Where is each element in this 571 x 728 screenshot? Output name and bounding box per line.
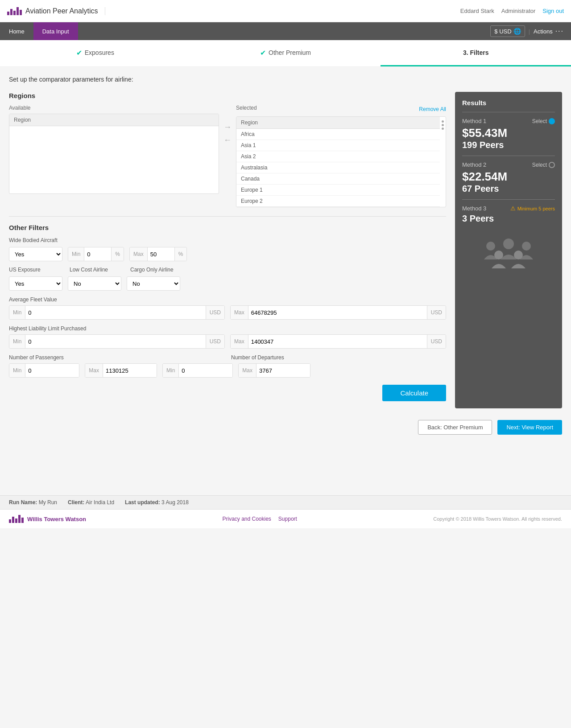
departures-label: Number of Departures (231, 354, 284, 361)
main-wrapper: Set up the comparator parameters for air… (0, 67, 571, 408)
low-cost-select[interactable]: No Yes (68, 276, 121, 291)
list-item[interactable]: Europe 2 (236, 196, 440, 207)
low-cost-label: Low Cost Airline (70, 267, 123, 273)
departures-min-input[interactable] (179, 364, 232, 377)
regions-columns: Available Region → ← Selected (9, 105, 446, 207)
steps-bar: ✔ Exposures ✔ Other Premium 3. Filters (0, 40, 571, 67)
calculate-button[interactable]: Calculate (382, 385, 446, 401)
arrow-left-button[interactable]: ← (223, 136, 232, 145)
results-panel: Results Method 1 Select $55.43M 199 Peer… (455, 92, 562, 408)
footer-logo-icon (9, 515, 24, 523)
method3-header: Method 3 ⚠ Minimum 5 peers (462, 205, 555, 212)
nav-data-input[interactable]: Data Input (33, 22, 78, 40)
logo-bar-1 (7, 12, 9, 15)
wide-bodied-row: Yes No Min % Max % (9, 247, 446, 261)
support-link[interactable]: Support (278, 516, 297, 522)
wide-bodied-select[interactable]: Yes No (9, 247, 62, 261)
results-title: Results (462, 99, 555, 107)
arrow-right-button[interactable]: → (223, 123, 232, 132)
method1-radio-icon (549, 118, 555, 124)
peers-svg-icon (482, 233, 535, 268)
run-info-bar: Run Name: My Run Client: Air India Ltd L… (0, 495, 571, 509)
available-list: Region (9, 114, 219, 194)
min-pct-input[interactable] (84, 247, 111, 261)
avg-fleet-min-input[interactable] (25, 306, 205, 319)
passengers-min-group: Min (9, 363, 79, 378)
selected-header-row: Selected Remove All (236, 105, 446, 114)
method2-select[interactable]: Select (532, 162, 555, 168)
available-list-header: Region (9, 114, 219, 126)
back-button[interactable]: Back: Other Premium (418, 420, 492, 435)
scrollbar[interactable] (440, 117, 446, 133)
list-item[interactable]: Europe 1 (236, 185, 440, 196)
footer-bar-3 (15, 518, 17, 523)
remove-all-link[interactable]: Remove All (419, 106, 446, 112)
max-pct-input[interactable] (148, 247, 174, 261)
step-exposures[interactable]: ✔ Exposures (0, 40, 190, 66)
cargo-only-select[interactable]: No Yes (127, 276, 180, 291)
actions-label: Actions (534, 28, 553, 35)
step-filters[interactable]: 3. Filters (381, 40, 571, 66)
selected-list-inner: Region Africa Asia 1 Asia 2 Australasia … (236, 117, 446, 207)
passengers-max-prefix: Max (85, 364, 103, 377)
passengers-min-input[interactable] (25, 364, 79, 377)
passengers-max-input[interactable] (103, 364, 157, 377)
method1-select[interactable]: Select (532, 118, 555, 124)
svg-point-3 (494, 251, 503, 259)
nav-home[interactable]: Home (0, 22, 33, 40)
method1-header: Method 1 Select (462, 118, 555, 124)
run-name-value: My Run (39, 499, 57, 506)
method2-amount: $22.54M (462, 170, 555, 184)
client-label: Client: (68, 499, 84, 506)
avg-fleet-min-group: Min USD (9, 305, 225, 320)
liability-min-input[interactable] (25, 335, 205, 348)
list-item[interactable]: Canada (236, 173, 440, 185)
liability-max-input[interactable] (248, 335, 427, 348)
currency-button[interactable]: $ USD 🌐 (490, 25, 525, 37)
liability-max-prefix: Max (231, 335, 248, 348)
selected-column: Selected Remove All Region Africa Asia 1… (236, 105, 446, 207)
pct-suffix-2: % (174, 247, 187, 261)
regions-section: Regions Available Region → ← (9, 92, 446, 207)
scroll-dot (442, 128, 444, 130)
list-item[interactable]: Australasia (236, 162, 440, 173)
avg-fleet-label-row: Average Fleet Value (9, 296, 446, 303)
footer-bar-4 (18, 515, 21, 523)
updated-value: 3 Aug 2018 (161, 499, 189, 506)
run-name-info: Run Name: My Run (9, 499, 57, 506)
step-exposures-label: Exposures (85, 49, 114, 56)
client-info: Client: Air India Ltd (68, 499, 114, 506)
result-divider-2 (462, 156, 555, 156)
logo-icon (7, 7, 22, 15)
transfer-arrows: → ← (219, 123, 236, 145)
footer-bar-1 (9, 519, 11, 523)
next-button[interactable]: Next: View Report (497, 420, 562, 435)
pct-suffix: % (111, 247, 124, 261)
step-check-2: ✔ (260, 49, 266, 57)
passengers-min-prefix: Min (9, 364, 25, 377)
method2-header: Method 2 Select (462, 161, 555, 168)
method1-select-label: Select (532, 118, 547, 124)
departures-max-input[interactable] (257, 364, 310, 377)
list-item[interactable]: Asia 2 (236, 151, 440, 162)
list-item[interactable]: Asia 1 (236, 140, 440, 151)
selected-label: Selected (236, 105, 257, 111)
step-other-premium[interactable]: ✔ Other Premium (190, 40, 381, 66)
logo-container: Aviation Peer Analytics (7, 7, 105, 15)
navbar: Home Data Input $ USD 🌐 | Actions ··· (0, 22, 571, 40)
scroll-dot (442, 120, 444, 123)
privacy-link[interactable]: Privacy and Cookies (222, 516, 271, 522)
selected-list[interactable]: Region Africa Asia 1 Asia 2 Australasia … (236, 116, 446, 207)
logo-bar-4 (17, 7, 19, 15)
sign-out-link[interactable]: Sign out (542, 8, 564, 14)
us-exposure-select[interactable]: Yes No (9, 276, 62, 291)
list-item[interactable]: Africa (236, 129, 440, 140)
min-prefix: Min (68, 247, 84, 261)
avg-fleet-max-input[interactable] (248, 306, 427, 319)
currency-label: $ USD (494, 28, 511, 35)
svg-point-2 (522, 242, 531, 251)
actions-dots-icon: ··· (555, 27, 564, 35)
actions-button[interactable]: Actions ··· (534, 27, 564, 35)
bottom-nav: Back: Other Premium Next: View Report (0, 413, 571, 442)
method1-label: Method 1 (462, 118, 486, 124)
